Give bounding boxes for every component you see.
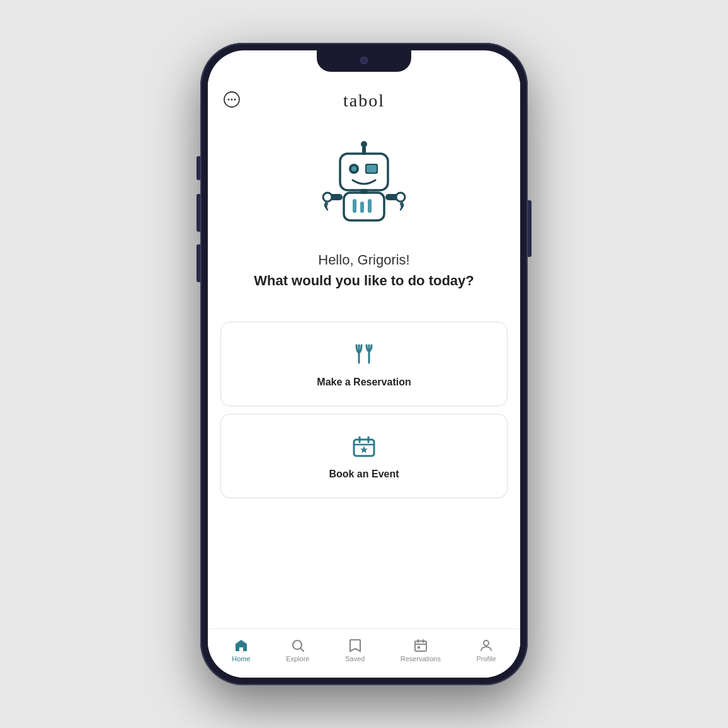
nav-explore-label: Explore <box>286 655 309 663</box>
svg-point-17 <box>323 193 332 202</box>
nav-home[interactable]: Home <box>225 635 256 665</box>
app-screen: tabol <box>208 79 520 678</box>
app-logo: tabol <box>343 91 385 111</box>
nav-home-label: Home <box>232 655 250 663</box>
svg-point-19 <box>396 193 405 202</box>
make-reservation-label: Make a Reservation <box>317 377 411 388</box>
svg-rect-30 <box>415 641 426 651</box>
volume-down-button <box>196 244 200 282</box>
greeting-question: What would you like to do today? <box>254 272 474 290</box>
bottom-navigation: Home Explore Saved <box>208 628 520 678</box>
book-event-card[interactable]: Book an Event <box>220 414 508 498</box>
svg-marker-27 <box>360 446 368 453</box>
svg-point-3 <box>234 99 236 101</box>
chat-icon[interactable] <box>223 91 241 111</box>
phone-mockup: tabol <box>200 43 528 685</box>
volume-up-button <box>196 194 200 232</box>
volume-mute-button <box>196 156 200 180</box>
book-event-label: Book an Event <box>329 469 399 480</box>
nav-saved-label: Saved <box>345 655 365 663</box>
app-header: tabol <box>208 79 520 117</box>
make-reservation-card[interactable]: Make a Reservation <box>220 322 508 406</box>
nav-reservations-label: Reservations <box>401 655 441 663</box>
camera-dot <box>360 57 368 64</box>
nav-explore[interactable]: Explore <box>280 635 316 665</box>
greeting-section: Hello, Grigoris! What would you like to … <box>254 252 474 290</box>
calendar-star-icon <box>350 432 378 462</box>
nav-profile[interactable]: Profile <box>470 635 503 665</box>
svg-point-6 <box>351 166 356 171</box>
robot-illustration <box>314 136 414 239</box>
utensils-icon <box>350 340 378 370</box>
svg-rect-34 <box>418 646 420 649</box>
nav-profile-label: Profile <box>477 655 496 663</box>
svg-point-35 <box>484 640 489 646</box>
phone-notch <box>317 50 411 72</box>
svg-rect-12 <box>353 199 356 213</box>
greeting-hello: Hello, Grigoris! <box>254 252 474 268</box>
svg-rect-14 <box>368 199 372 213</box>
power-button <box>528 200 532 257</box>
phone-screen: tabol <box>208 50 520 678</box>
main-content: Hello, Grigoris! What would you like to … <box>208 117 520 628</box>
svg-point-10 <box>361 141 367 147</box>
svg-point-1 <box>228 99 230 101</box>
svg-line-29 <box>300 649 304 652</box>
svg-rect-8 <box>367 165 377 173</box>
svg-point-2 <box>231 99 233 101</box>
nav-saved[interactable]: Saved <box>339 635 371 665</box>
svg-rect-9 <box>362 146 366 155</box>
action-cards-container: Make a Reservation <box>220 322 508 506</box>
nav-reservations[interactable]: Reservations <box>394 635 447 665</box>
svg-rect-13 <box>360 202 364 213</box>
svg-rect-15 <box>360 189 368 194</box>
